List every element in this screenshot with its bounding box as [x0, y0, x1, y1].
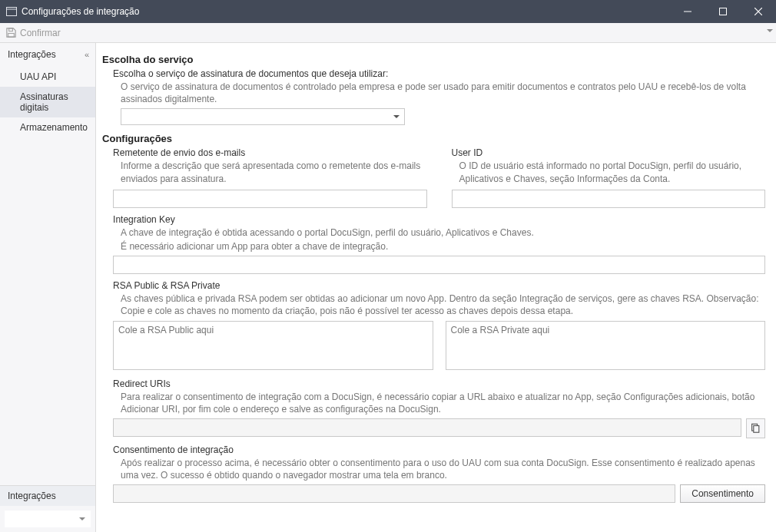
copy-uri-button[interactable]: [746, 418, 765, 438]
save-icon: [5, 27, 17, 39]
sidebar-footer-label: Integrações: [8, 491, 56, 501]
maximize-button[interactable]: [705, 0, 741, 23]
sidebar-footer: Integrações: [0, 485, 95, 532]
chevron-down-icon: [79, 517, 85, 520]
svg-rect-9: [754, 425, 759, 432]
copy-icon: [750, 423, 761, 434]
sidebar-item-assinaturas-digitais[interactable]: Assinaturas digitais: [0, 87, 95, 117]
sidebar-group-header[interactable]: Integrações «: [0, 43, 95, 67]
main-content: Escolha do serviço Escolha o serviço de …: [96, 43, 776, 532]
consent-help: Após realizar o processo acima, é necess…: [121, 457, 765, 481]
chevron-down-icon: [393, 115, 400, 118]
sidebar: Integrações « UAU API Assinaturas digita…: [0, 43, 96, 532]
sidebar-footer-title[interactable]: Integrações: [0, 486, 95, 506]
sidebar-item-armazenamento[interactable]: Armazenamento: [0, 117, 95, 137]
sender-label: Remetente de envio dos e-mails: [113, 147, 426, 158]
consent-status-input[interactable]: [113, 484, 675, 503]
sidebar-group-label: Integrações: [8, 49, 56, 60]
service-combo[interactable]: [121, 108, 405, 125]
toolbar: Confirmar: [0, 23, 776, 43]
consent-button[interactable]: Consentimento: [680, 484, 765, 503]
sidebar-item-uau-api[interactable]: UAU API: [0, 67, 95, 87]
service-help: O serviço de assinatura de documentos é …: [121, 81, 765, 105]
minimize-button[interactable]: [670, 0, 705, 23]
integration-key-input[interactable]: [113, 256, 765, 274]
rsa-public-input[interactable]: [113, 321, 433, 370]
sender-help: Informe a descrição que será apresentada…: [121, 160, 426, 184]
integration-key-help2: É necessário adicionar um App para obter…: [121, 240, 765, 253]
integration-key-help1: A chave de integração é obtida acessando…: [121, 226, 765, 239]
app-window-icon: [6, 6, 17, 17]
consent-label: Consentimento de integração: [113, 444, 765, 455]
rsa-private-input[interactable]: [446, 321, 765, 370]
close-button[interactable]: [741, 0, 776, 23]
toolbar-overflow-dropdown[interactable]: [767, 29, 773, 32]
rsa-help: As chaves pública e privada RSA podem se…: [121, 292, 765, 317]
svg-rect-3: [720, 8, 727, 15]
redirect-label: Redirect URIs: [113, 378, 765, 389]
rsa-label: RSA Public & RSA Private: [113, 280, 765, 291]
section-title-service: Escolha do serviço: [102, 54, 765, 65]
service-prompt: Escolha o serviço de assinatura de docum…: [113, 68, 765, 79]
confirm-button[interactable]: Confirmar: [20, 28, 61, 38]
chevron-collapse-icon: «: [85, 50, 88, 59]
section-title-config: Configurações: [102, 133, 765, 144]
redirect-help: Para realizar o consentimento de integra…: [121, 391, 765, 415]
window-title: Configurações de integração: [22, 6, 139, 17]
svg-rect-0: [7, 8, 17, 16]
userid-help: O ID de usuário está informado no portal…: [459, 160, 765, 184]
svg-rect-7: [8, 33, 14, 37]
integration-key-label: Integration Key: [113, 214, 765, 225]
sidebar-footer-dropdown[interactable]: [5, 511, 91, 527]
titlebar: Configurações de integração: [0, 0, 776, 23]
sender-input[interactable]: [113, 190, 426, 208]
userid-input[interactable]: [452, 190, 765, 208]
userid-label: User ID: [452, 147, 765, 158]
redirect-uri-input[interactable]: [113, 418, 741, 437]
